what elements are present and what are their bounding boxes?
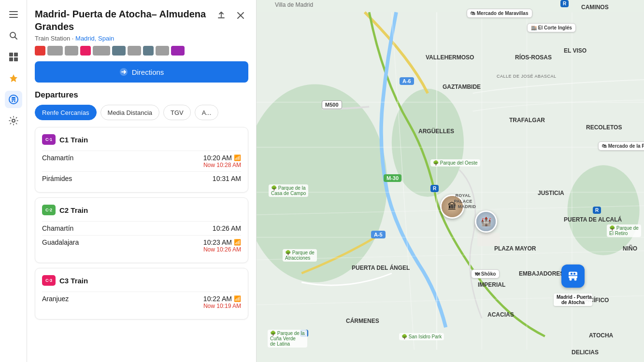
poi-parque-atracciones: 🌳 Parque deAtracciones	[283, 249, 317, 262]
directions-button[interactable]: Directions	[35, 61, 248, 83]
shop-mercado-maravillas[interactable]: 🛍 Mercado de Maravillas	[467, 9, 532, 18]
c1-dest-2: Pirámides	[42, 175, 72, 182]
c3-title: C3 Train	[59, 277, 88, 285]
shop-mercado-paz[interactable]: 🛍 Mercado de la Paz	[598, 141, 644, 151]
badge-grey1	[47, 46, 63, 56]
metro-badge-mid: R	[430, 185, 439, 192]
svg-point-21	[392, 89, 464, 197]
share-button[interactable]	[214, 8, 229, 23]
search-button[interactable]	[5, 27, 22, 44]
map-svg	[257, 0, 644, 362]
grid-button[interactable]	[5, 48, 22, 66]
filter-tgv[interactable]: TGV	[163, 105, 191, 120]
svg-rect-0	[9, 11, 18, 12]
train-icon	[567, 270, 579, 282]
svg-rect-2	[9, 17, 18, 18]
poi-parque-del-oeste: 🌳 Parque del Oeste	[430, 159, 480, 167]
transit-badges	[27, 42, 256, 61]
train-station-marker[interactable]: Madrid - Puertade Atocha	[561, 265, 585, 288]
svg-rect-40	[571, 273, 572, 275]
badge-grey3	[93, 46, 110, 56]
c1-departure-2: Pirámides 10:31 AM	[42, 171, 241, 185]
location-link[interactable]: Madrid, Spain	[75, 35, 114, 42]
shop-shoko[interactable]: 🍽 Shōko	[471, 269, 500, 278]
c2-train-card: C·2 C2 Train Chamartín 10:26 AM Guadalaj…	[35, 197, 248, 263]
svg-rect-36	[569, 272, 577, 278]
filter-media-distancia[interactable]: Media Distancia	[100, 105, 160, 120]
svg-line-4	[14, 37, 17, 40]
poi-parque-retiro: 🌳 Parque deEl Retiro	[607, 224, 641, 237]
shop-el-corte-ingles[interactable]: 🏬 El Corte Inglés	[527, 23, 576, 32]
c2-title: C2 Train	[59, 206, 88, 214]
c3-header: C·3 C3 Train	[42, 275, 241, 286]
poi-casa-de-campo: 🌳 Parque de laCasa de Campo	[269, 184, 308, 197]
c1-scheduled-1: 10:20 AM 📶	[203, 154, 241, 162]
royal-palace-photo-marker[interactable]: 🏰	[475, 210, 497, 233]
c2-realtime-2: Now 10:26 AM	[203, 246, 241, 253]
svg-marker-9	[10, 74, 17, 82]
badge-pink	[80, 46, 91, 56]
close-button[interactable]	[233, 8, 248, 23]
road-badge-a5: A-5	[371, 231, 386, 238]
sidebar-toggle-button[interactable]	[5, 6, 22, 23]
info-panel: Madrid- Puerta de Atocha– Almudena Grand…	[27, 0, 257, 362]
svg-rect-35	[477, 233, 500, 246]
badge-grey2	[65, 46, 78, 56]
c3-badge: C·3	[42, 275, 56, 286]
c2-times-2: 10:23 AM 📶 Now 10:26 AM	[203, 238, 241, 253]
c2-dest-1: Chamartín	[42, 224, 73, 232]
metro-badge-right: R	[593, 207, 601, 214]
c2-badge: C·2	[42, 205, 56, 215]
c1-train-card: C·1 C1 Train Chamartín 10:20 AM 📶 Now 10…	[35, 127, 248, 193]
c2-departure-1: Chamartín 10:26 AM	[42, 221, 241, 235]
c1-realtime-1: Now 10:28 AM	[203, 162, 241, 168]
c3-scheduled-1: 10:22 AM 📶	[203, 295, 241, 303]
svg-rect-8	[14, 57, 18, 61]
badge-bluegrey2	[143, 46, 154, 56]
filter-other[interactable]: A...	[195, 105, 219, 120]
svg-rect-7	[9, 57, 13, 61]
c3-train-card: C·3 C3 Train Aranjuez 10:22 AM 📶 Now 10:…	[35, 268, 248, 320]
svg-point-13	[14, 101, 15, 102]
header-actions	[214, 8, 248, 23]
c2-header: C·2 C2 Train	[42, 205, 241, 215]
c3-realtime-icon-1: 📶	[234, 295, 241, 302]
departures-title: Departures	[35, 90, 248, 100]
svg-point-15	[12, 119, 15, 122]
settings-button[interactable]	[5, 112, 22, 129]
c1-header: C·1 C1 Train	[42, 134, 241, 145]
favorites-button[interactable]	[5, 70, 22, 87]
svg-point-12	[12, 101, 13, 102]
c2-times-1: 10:26 AM	[213, 224, 241, 232]
filter-renfe-cercanias[interactable]: Renfe Cercanías	[35, 105, 97, 120]
c3-departure-1: Aranjuez 10:22 AM 📶 Now 10:19 AM	[42, 292, 241, 312]
badge-grey5	[156, 46, 169, 56]
svg-rect-1	[9, 14, 18, 15]
road-badge-m30: M-30	[384, 174, 401, 182]
c3-realtime-1: Now 10:19 AM	[203, 303, 241, 309]
c2-departure-2: Guadalajara 10:23 AM 📶 Now 10:26 AM	[42, 235, 241, 256]
departures-section: Departures Renfe Cercanías Media Distanc…	[27, 90, 256, 332]
badge-purple	[171, 46, 185, 56]
c1-times-1: 10:20 AM 📶 Now 10:28 AM	[203, 154, 241, 168]
badge-red	[35, 46, 45, 56]
poi-cuna-verde: 🌳 Parque de laCuña Verdede Latina	[268, 330, 307, 348]
royal-palace-label: ROYAL PALACEOF MADRID	[447, 193, 479, 210]
directions-label: Directions	[132, 68, 164, 76]
sidebar	[0, 0, 27, 362]
c2-scheduled-1: 10:26 AM	[213, 224, 241, 232]
c1-dest-1: Chamartín	[42, 154, 73, 162]
train-station-label: Madrid - Puertade Atocha	[554, 293, 592, 306]
c2-realtime-icon-2: 📶	[234, 239, 241, 246]
map-area[interactable]: VALLEHERMOSO RÍOS-ROSAS GAZTAMBIDE ARGÜE…	[257, 0, 644, 362]
panel-header: Madrid- Puerta de Atocha– Almudena Grand…	[27, 0, 256, 42]
road-badge-a6: A-6	[400, 77, 414, 85]
svg-point-37	[570, 278, 572, 281]
c2-scheduled-2: 10:23 AM 📶	[203, 238, 241, 246]
c1-badge: C·1	[42, 134, 56, 145]
c2-dest-2: Guadalajara	[42, 238, 79, 246]
c3-dest-1: Aranjuez	[42, 295, 69, 303]
transit-button[interactable]	[5, 91, 22, 108]
c1-title: C1 Train	[59, 136, 88, 144]
svg-rect-41	[573, 273, 575, 275]
